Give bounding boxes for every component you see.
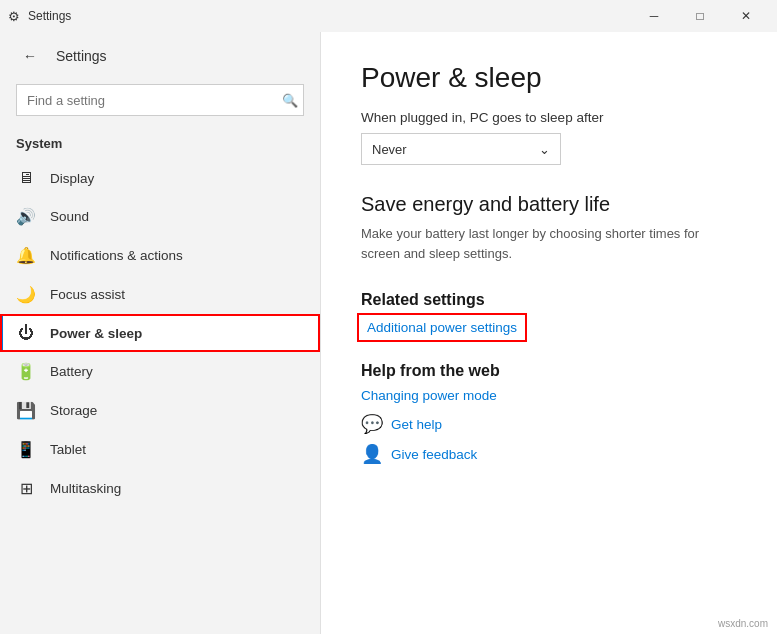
notifications-label: Notifications & actions [50,248,183,263]
sidebar-item-tablet[interactable]: 📱 Tablet [0,430,320,469]
sidebar: ← Settings 🔍 System 🖥 Display 🔊 Sound 🔔 … [0,32,320,634]
watermark: wsxdn.com [715,617,771,630]
get-help-icon: 💬 [361,413,383,435]
get-help-link[interactable]: Get help [391,417,442,432]
window-controls: ─ □ ✕ [631,0,769,32]
power-label: Power & sleep [50,326,142,341]
title-bar-text: Settings [28,9,631,23]
sidebar-item-notifications[interactable]: 🔔 Notifications & actions [0,236,320,275]
sound-label: Sound [50,209,89,224]
search-icon: 🔍 [282,93,298,108]
changing-power-mode-link[interactable]: Changing power mode [361,388,737,403]
save-energy-title: Save energy and battery life [361,193,737,216]
tablet-icon: 📱 [16,440,36,459]
tablet-label: Tablet [50,442,86,457]
search-input[interactable] [16,84,304,116]
settings-icon: ⚙ [8,9,20,24]
focus-icon: 🌙 [16,285,36,304]
sound-icon: 🔊 [16,207,36,226]
power-icon: ⏻ [16,324,36,342]
main-content: Power & sleep When plugged in, PC goes t… [320,32,777,634]
battery-label: Battery [50,364,93,379]
multitasking-label: Multitasking [50,481,121,496]
battery-icon: 🔋 [16,362,36,381]
sidebar-item-multitasking[interactable]: ⊞ Multitasking [0,469,320,508]
help-section: Help from the web Changing power mode 💬 … [361,362,737,465]
storage-label: Storage [50,403,97,418]
maximize-button[interactable]: □ [677,0,723,32]
give-feedback-row[interactable]: 👤 Give feedback [361,443,737,465]
help-title: Help from the web [361,362,737,380]
chevron-down-icon: ⌄ [539,142,550,157]
dropdown-value: Never [372,142,407,157]
minimize-button[interactable]: ─ [631,0,677,32]
title-bar: ⚙ Settings ─ □ ✕ [0,0,777,32]
related-settings-title: Related settings [361,291,737,309]
sidebar-app-title: Settings [56,48,107,64]
app-body: ← Settings 🔍 System 🖥 Display 🔊 Sound 🔔 … [0,32,777,634]
section-label: System [0,128,320,159]
multitasking-icon: ⊞ [16,479,36,498]
search-box: 🔍 [16,84,304,116]
storage-icon: 💾 [16,401,36,420]
sidebar-item-sound[interactable]: 🔊 Sound [0,197,320,236]
display-label: Display [50,171,94,186]
sidebar-item-battery[interactable]: 🔋 Battery [0,352,320,391]
focus-label: Focus assist [50,287,125,302]
display-icon: 🖥 [16,169,36,187]
get-help-row[interactable]: 💬 Get help [361,413,737,435]
sidebar-item-storage[interactable]: 💾 Storage [0,391,320,430]
sidebar-item-focus[interactable]: 🌙 Focus assist [0,275,320,314]
sidebar-item-power[interactable]: ⏻ Power & sleep [0,314,320,352]
back-button[interactable]: ← [16,42,44,70]
close-button[interactable]: ✕ [723,0,769,32]
notifications-icon: 🔔 [16,246,36,265]
additional-power-settings-link[interactable]: Additional power settings [361,317,523,338]
sidebar-header: ← Settings [0,32,320,80]
save-energy-desc: Make your battery last longer by choosin… [361,224,737,263]
sleep-field-label: When plugged in, PC goes to sleep after [361,110,737,125]
sleep-dropdown[interactable]: Never ⌄ [361,133,561,165]
sidebar-item-display[interactable]: 🖥 Display [0,159,320,197]
page-title: Power & sleep [361,62,737,94]
give-feedback-link[interactable]: Give feedback [391,447,477,462]
related-settings-section: Related settings Additional power settin… [361,291,737,358]
give-feedback-icon: 👤 [361,443,383,465]
